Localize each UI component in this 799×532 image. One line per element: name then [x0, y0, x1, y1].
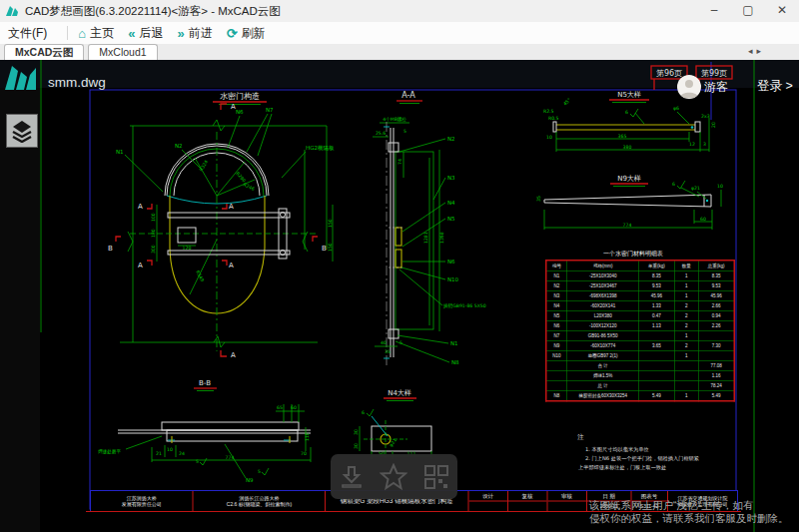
cell-no	[546, 380, 567, 390]
col-header: 规格(mm)	[567, 261, 639, 271]
view-title: N4大样	[388, 389, 411, 397]
table-row: N7 GB91-86 5X50 1	[546, 330, 735, 340]
tab-scroll-arrows[interactable]: ◂▸	[748, 46, 765, 56]
cell-unit-weight	[639, 370, 674, 380]
section-mark: A	[138, 262, 143, 269]
dim-label: R2.5	[543, 109, 554, 114]
table-row: N2 -25X10X3467 9.53 1 9.53	[546, 280, 735, 290]
tab-next-icon[interactable]: ▸	[756, 46, 765, 56]
dim-label: 110	[305, 432, 310, 441]
section-mark: B	[108, 245, 113, 253]
cell-qty	[674, 370, 698, 380]
login-button[interactable]: 登录 >	[757, 78, 793, 95]
cell-spec: L20X380	[567, 310, 639, 320]
page-label-right: 第99页	[701, 69, 727, 78]
radius-label: R246	[243, 182, 256, 192]
file-menu-label: 文件(F)	[8, 25, 47, 42]
cell-no	[546, 360, 567, 370]
watermark-line2: 侵权你的权益，请联系我们客服及时删除。	[589, 512, 799, 525]
cell-qty: 1	[674, 290, 698, 300]
back-button[interactable]: « 后退	[128, 25, 163, 42]
cell-spec: -100X12X120	[567, 320, 639, 330]
dim-label: 774	[623, 223, 632, 228]
n4-detail-view: N4大样 6 φ21 30 30 50 111	[354, 389, 431, 459]
table-header-row: 编号 规格(mm) 单重(kg) 数量 总重(kg)	[546, 261, 735, 271]
layers-icon	[11, 119, 33, 143]
cell-total-weight: 2.26	[698, 320, 734, 330]
part-label: N9	[246, 477, 254, 483]
main-view: 水密门构造 A R324 R290 R246	[108, 92, 335, 359]
cell-unit-weight	[639, 380, 674, 390]
user-name: 游客	[704, 79, 728, 96]
project-cell: 润扬长江公路大桥 C2.6 标(钢箱梁、斜拉索制作)	[194, 491, 326, 511]
dim-label: 5	[403, 129, 406, 134]
cell-no: N10	[546, 350, 567, 360]
weld-label: 5	[196, 459, 199, 464]
download-icon[interactable]	[339, 464, 365, 490]
weld-label: 6	[672, 182, 675, 187]
cell-spec: GB91-86 5X50	[567, 330, 639, 340]
home-button[interactable]: ⌂ 主页	[78, 25, 114, 42]
cell-unit-weight: 0.47	[639, 310, 674, 320]
refresh-button[interactable]: ⟳ 刷新	[227, 25, 266, 42]
close-button[interactable]: ✕	[765, 0, 799, 22]
dim-label: 10	[546, 135, 552, 140]
design-cell: 设计	[468, 491, 508, 511]
maximize-button[interactable]: ▢	[731, 0, 765, 22]
tab-mxcad[interactable]: MxCAD云图	[4, 44, 84, 60]
notes-heading: 注	[577, 433, 584, 441]
col-header: 数量	[674, 261, 698, 271]
cell-total-weight: 9.53	[698, 280, 734, 290]
dim-label: 35	[385, 349, 391, 354]
cell-no: N6	[546, 320, 567, 330]
weld-label: 6	[625, 110, 628, 115]
part-label: N4	[447, 200, 455, 206]
dim-label: 10	[717, 184, 723, 189]
part-label: N1	[450, 340, 458, 346]
cell-unit-weight: 1.13	[639, 320, 674, 330]
dim-label: 20	[711, 122, 716, 128]
layers-button[interactable]	[6, 114, 38, 148]
forward-button[interactable]: » 前进	[177, 25, 212, 42]
cell-no: N2	[546, 280, 567, 290]
dim-label: 180	[151, 229, 156, 238]
dim-label: 45°	[562, 97, 571, 106]
cell-total-weight: 0.94	[698, 310, 734, 320]
cell-qty: 2	[674, 340, 698, 350]
cell-spec: -25X10X3040	[567, 270, 639, 280]
cell-unit-weight: 9.53	[639, 280, 674, 290]
dim-label: 380	[623, 145, 632, 150]
cell-no: N5	[546, 310, 567, 320]
cell-spec: 合 计	[567, 360, 639, 370]
cell-spec: 橡胶密封条60X30X3254	[567, 390, 639, 401]
table-row: N6 -100X12X120 1.13 2 2.26	[546, 320, 735, 330]
cell-total-weight: 45.96	[698, 290, 734, 300]
part-label: N2	[175, 143, 183, 149]
favorite-star-icon[interactable]	[380, 463, 407, 491]
tab-mxcloud1[interactable]: MxCloud1	[88, 44, 157, 60]
cell-no	[546, 370, 567, 380]
dim-label: 70	[301, 451, 307, 456]
forward-icon: »	[177, 26, 184, 41]
file-menu[interactable]: 文件(F)	[8, 25, 47, 42]
audit-cell: 审核	[547, 491, 587, 511]
dim-label: 300	[151, 245, 156, 254]
cell-total-weight: 78.24	[698, 380, 734, 390]
dim-label: 12	[689, 142, 695, 147]
minimize-button[interactable]: –	[697, 0, 731, 22]
dim-label: 10	[167, 447, 173, 452]
n9-detail-view: N9大样 6 φ21 10 60 774 35	[536, 175, 723, 230]
dim-label: 1398	[439, 232, 444, 244]
tab-bar: MxCAD云图 MxCloud1	[0, 44, 799, 61]
cell-total-weight: 2.66	[698, 300, 734, 310]
part-label: N7	[266, 107, 274, 113]
dim-label: 60	[700, 217, 706, 222]
watermark-line1: 该图纸系网上用户“浅忆”上传，如有	[589, 499, 799, 512]
dim-label: 35	[536, 196, 541, 202]
view-title: N9大样	[617, 175, 641, 183]
home-icon: ⌂	[78, 26, 86, 41]
qrcode-icon[interactable]	[423, 464, 449, 490]
cell-qty	[674, 380, 698, 390]
user-avatar[interactable]	[677, 75, 701, 99]
part-label: N1	[116, 149, 124, 155]
